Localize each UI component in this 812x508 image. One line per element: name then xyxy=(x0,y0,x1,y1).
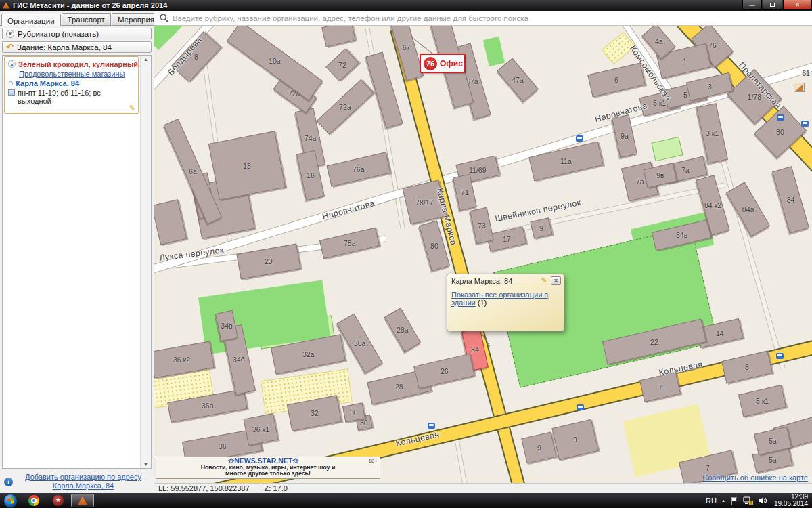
category-link[interactable]: Продовольственные магазины xyxy=(19,70,125,78)
scroll-up-icon[interactable]: ▲ xyxy=(143,57,148,62)
system-tray: RU ▲ 12:39 19.05.2014 xyxy=(706,493,811,508)
network-icon[interactable] xyxy=(743,496,753,505)
popup-title: Карла Маркса, 84 xyxy=(451,277,541,285)
tab-transport[interactable]: Транспорт xyxy=(62,13,111,25)
map-building[interactable]: 72а xyxy=(317,79,374,135)
map-building[interactable]: 23 xyxy=(236,243,300,279)
map-canvas[interactable]: КольцеваяКольцеваяПролетарскаяКомсомольс… xyxy=(154,26,812,483)
building-filter-bar[interactable]: ↶ Здание: Карла Маркса, 84 xyxy=(2,41,152,53)
action-center-flag-icon[interactable] xyxy=(730,496,738,505)
language-indicator[interactable]: RU xyxy=(706,496,717,505)
map-building[interactable]: 47а xyxy=(497,58,539,102)
star-icon: ★ xyxy=(53,495,64,506)
bus-icon xyxy=(577,404,584,410)
organization-list: ▲ Зеленый крокодил, кулинарный магазин П… xyxy=(2,55,152,469)
map-building[interactable]: 61 xyxy=(794,66,812,80)
bus-icon xyxy=(576,135,583,142)
status-bar: LL: 59.552877, 150.822387 Z: 17.0 xyxy=(154,483,812,493)
map-building[interactable]: 5 к1 xyxy=(738,385,786,417)
scroll-down-icon[interactable]: ▼ xyxy=(143,462,148,467)
map-building[interactable]: 9 xyxy=(521,431,556,463)
edit-pencil-icon[interactable]: ✎ xyxy=(129,104,135,112)
clock[interactable]: 12:39 19.05.2014 xyxy=(774,494,811,507)
house-icon: ⌂ xyxy=(8,79,13,87)
advert-line2: многое другое только здесь! xyxy=(158,471,378,478)
close-button[interactable]: ✕ xyxy=(783,0,812,10)
add-organization-link[interactable]: Добавить организацию по адресу Карла Мар… xyxy=(17,473,150,490)
add-organization-row: i Добавить организацию по адресу Карла М… xyxy=(0,470,154,493)
volume-icon[interactable] xyxy=(758,496,767,505)
sidebar-tabs: Организации Транспорт Мероприятия xyxy=(0,11,154,26)
map-building[interactable]: 3 к1 xyxy=(696,103,727,163)
advert-banner[interactable]: ✩NEWS.STAR.NET✩ 18+ Новости, кино, музык… xyxy=(156,457,380,479)
taskbar-chrome-button[interactable] xyxy=(22,494,45,507)
map-building[interactable]: 5 xyxy=(721,351,773,384)
tab-organizations[interactable]: Организации xyxy=(1,14,61,26)
organization-card[interactable]: ▲ Зеленый крокодил, кулинарный магазин П… xyxy=(4,56,139,114)
bus-icon xyxy=(777,114,784,121)
chrome-icon xyxy=(28,495,39,506)
start-button[interactable] xyxy=(3,494,18,508)
map-building[interactable]: 76а xyxy=(327,152,391,186)
minimize-button[interactable]: — xyxy=(742,0,762,10)
street-label: Наровчатова xyxy=(321,198,376,221)
report-map-error-link[interactable]: Сообщить об ошибке на карте xyxy=(702,473,808,482)
sidebar: Организации Транспорт Мероприятия ▼ Рубр… xyxy=(0,11,154,493)
map-building[interactable]: 30а xyxy=(336,314,382,374)
chevron-down-icon: ▼ xyxy=(6,30,14,38)
schedule-icon xyxy=(8,89,15,96)
undo-icon[interactable]: ↶ xyxy=(6,44,14,51)
address-link[interactable]: Карла Маркса, 84 xyxy=(16,79,79,87)
zoom-readout: Z: 17.0 xyxy=(265,484,288,492)
map-building[interactable]: 28а xyxy=(384,308,421,352)
green-area xyxy=(651,137,683,162)
metacity-icon xyxy=(78,496,87,505)
rubricator-label: Рубрикатор (показать) xyxy=(18,30,99,38)
map-building[interactable]: 73 xyxy=(470,207,494,244)
badge-76-label: Офис xyxy=(440,59,463,68)
taskbar: ★ RU ▲ 12:39 19.05.2014 xyxy=(0,493,812,508)
info-icon: i xyxy=(4,478,13,486)
collapse-icon[interactable]: ▲ xyxy=(8,60,16,68)
list-scrollbar[interactable]: ▲ ▼ xyxy=(140,56,151,468)
badge-76-logo: 76 xyxy=(424,57,437,70)
search-input[interactable] xyxy=(173,14,807,22)
map-building[interactable]: 26 xyxy=(413,354,474,389)
map-building[interactable]: 9 xyxy=(551,419,598,460)
popup-edit-pencil-icon[interactable]: ✎ xyxy=(541,276,547,285)
tray-date: 19.05.2014 xyxy=(774,501,808,507)
map-column: КольцеваяКольцеваяПролетарскаяКомсомольс… xyxy=(154,11,812,493)
building-popup: Карла Маркса, 84 ✎ ✕ Показать все органи… xyxy=(447,274,564,331)
maximize-button[interactable] xyxy=(763,0,782,10)
hidden-icons-arrow[interactable]: ▲ xyxy=(721,499,725,503)
advert-badge-76-office[interactable]: 76 Офис xyxy=(420,54,466,73)
map-building[interactable]: 18 xyxy=(208,131,286,200)
map-building[interactable]: 84а xyxy=(725,182,769,237)
search-bar xyxy=(154,11,812,26)
bus-icon xyxy=(801,121,809,127)
landmark-icon xyxy=(794,83,805,92)
green-area xyxy=(154,26,183,50)
map-building[interactable]: 36 к1 xyxy=(243,413,278,446)
taskbar-star-app-button[interactable]: ★ xyxy=(47,494,70,507)
working-hours: пн-пт 11-19; сб 11-16; вс выходной xyxy=(18,89,135,105)
green-area xyxy=(483,37,505,66)
popup-show-organizations-link[interactable]: Показать все организации в здании xyxy=(451,291,548,307)
map-building[interactable] xyxy=(154,199,187,245)
coordinates-readout: LL: 59.552877, 150.822387 xyxy=(158,484,250,492)
advert-age-badge: 18+ xyxy=(368,458,378,465)
search-icon xyxy=(160,14,168,22)
map-building[interactable] xyxy=(321,26,356,47)
organization-title: Зеленый крокодил, кулинарный магазин xyxy=(18,60,152,68)
taskbar-metacity-button[interactable] xyxy=(71,494,94,507)
map-building[interactable]: 9 xyxy=(530,217,552,239)
map-building[interactable]: 84 xyxy=(771,166,809,234)
map-building[interactable]: 6 xyxy=(587,62,646,97)
rubricator-bar[interactable]: ▼ Рубрикатор (показать) xyxy=(2,28,152,39)
map-building[interactable]: 78а xyxy=(319,228,379,259)
title-bar: ГИС Метасити - данные от 26 апреля 2014 … xyxy=(0,0,812,11)
popup-close-icon[interactable]: ✕ xyxy=(551,276,561,285)
map-building[interactable]: 72 xyxy=(325,48,359,81)
map-building[interactable]: 67 xyxy=(388,26,423,81)
app-logo-icon xyxy=(3,3,9,9)
